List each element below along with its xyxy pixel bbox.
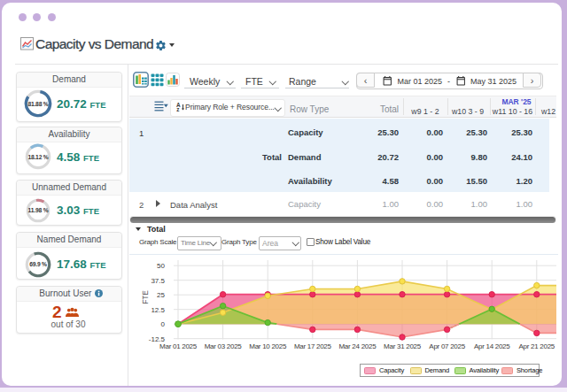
svg-text:z: z — [176, 106, 179, 112]
